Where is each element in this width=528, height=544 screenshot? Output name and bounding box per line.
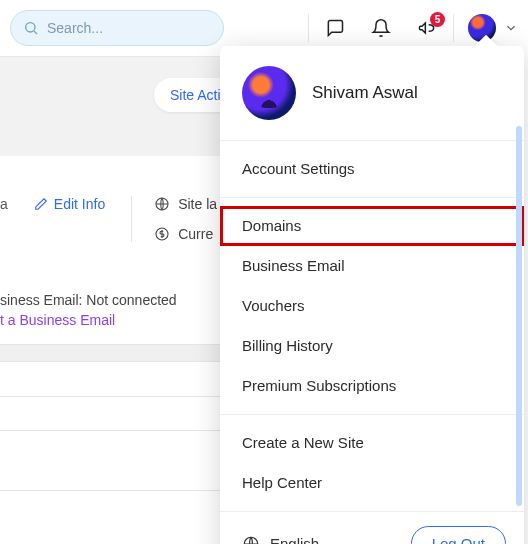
edit-info-label: Edit Info [54,196,105,212]
section-divider [0,490,220,491]
menu-billing-history[interactable]: Billing History [220,326,524,366]
search-input[interactable] [47,20,187,36]
section-divider [0,396,220,397]
section-divider [0,344,220,362]
search-box[interactable] [10,10,224,46]
business-email-status: siness Email: Not connected [0,292,177,308]
chat-icon [325,18,345,38]
logout-button[interactable]: Log Out [411,526,506,544]
chat-button[interactable] [315,8,355,48]
globe-icon [242,535,260,545]
dropdown-header: Shivam Aswal [220,46,524,140]
currency-icon [154,226,170,242]
svg-point-0 [26,23,35,32]
divider [308,14,309,42]
currency-label: Curre [178,226,213,242]
bell-button[interactable] [361,8,401,48]
notification-badge: 5 [430,12,445,27]
avatar-large [242,66,296,120]
truncated-label: a [0,196,8,212]
language-label: English [270,535,319,544]
site-language-row: Site la [154,196,217,212]
business-email-cta[interactable]: t a Business Email [0,312,177,328]
svg-line-1 [34,31,37,34]
language-selector[interactable]: English [242,535,319,545]
dropdown-footer: English Log Out [220,511,524,544]
search-icon [23,20,39,36]
info-row: a Edit Info Site la Curre [0,196,217,242]
user-name: Shivam Aswal [312,83,418,103]
menu-create-site[interactable]: Create a New Site [220,423,524,463]
section-divider [0,430,220,431]
bell-icon [371,18,391,38]
menu-domains[interactable]: Domains [220,206,524,246]
menu-help-center[interactable]: Help Center [220,463,524,503]
menu-vouchers[interactable]: Vouchers [220,286,524,326]
pencil-icon [34,197,48,211]
user-dropdown: Shivam Aswal Account Settings Domains Bu… [220,46,524,544]
announce-button[interactable]: 5 [407,8,447,48]
chevron-down-icon[interactable] [504,21,518,35]
site-language-label: Site la [178,196,217,212]
currency-row: Curre [154,226,217,242]
menu-premium-subscriptions[interactable]: Premium Subscriptions [220,366,524,406]
business-email-block: siness Email: Not connected t a Business… [0,292,177,328]
menu-account-settings[interactable]: Account Settings [220,149,524,189]
divider [453,14,454,42]
scrollbar-thumb[interactable] [516,126,522,506]
edit-info-link[interactable]: Edit Info [34,196,105,212]
menu-business-email[interactable]: Business Email [220,246,524,286]
globe-icon [154,196,170,212]
